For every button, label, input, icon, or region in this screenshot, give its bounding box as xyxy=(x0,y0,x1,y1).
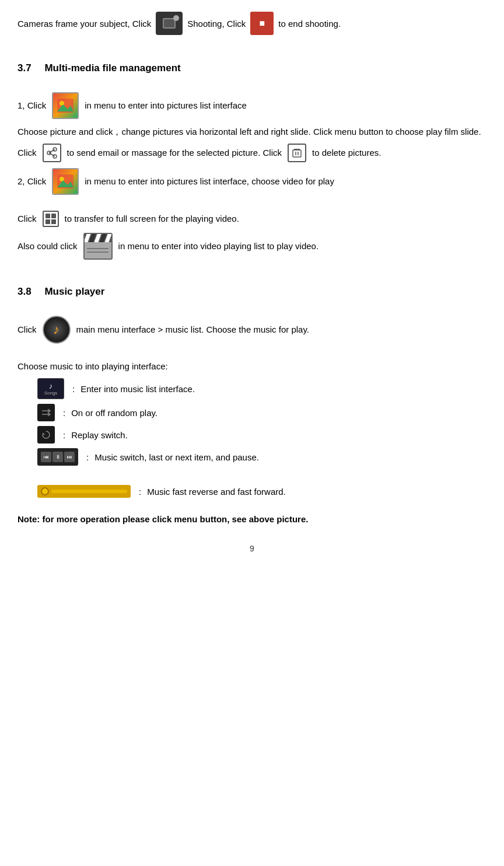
page-number: 9 xyxy=(18,544,487,553)
progress-knob xyxy=(41,487,49,495)
replay-icon xyxy=(37,426,55,444)
click-send-text1: Click xyxy=(18,146,37,160)
stop-recording-icon xyxy=(250,12,274,35)
camera-icon xyxy=(156,12,183,35)
replay-desc: Replay switch. xyxy=(71,430,128,440)
item1-prefix: 1, Click xyxy=(18,99,46,113)
progress-bar-icon xyxy=(37,485,131,498)
item1-description: Choose picture and click，change pictures… xyxy=(18,125,487,139)
click-fullscreen-text2: to transfer to full screen for the playi… xyxy=(65,212,239,226)
share-delete-line: Click to send email or massage for the s… xyxy=(18,144,487,162)
pause-btn-icon: ⏸ xyxy=(52,452,63,462)
item2-suffix: in menu to enter into pictures list inte… xyxy=(85,174,334,188)
also-click-line: Also could click in menu to enter into v… xyxy=(18,233,487,260)
svg-marker-15 xyxy=(43,432,45,435)
click-music-text1: Click xyxy=(18,323,37,337)
replay-item: : Replay switch. xyxy=(35,426,487,444)
click-fullscreen-text1: Click xyxy=(18,212,37,226)
intro-text-3: to end shooting. xyxy=(278,19,341,29)
also-text2: in menu to enter into video playing list… xyxy=(118,239,319,253)
section-37-header: 3.7 Multi-media file management xyxy=(18,62,487,74)
picture-menu-icon-2 xyxy=(52,168,79,195)
clapboard-icon xyxy=(83,233,113,260)
note-text: Note: for more operation please click me… xyxy=(18,512,487,526)
click-send-text3: to delete pictures. xyxy=(312,146,381,160)
controls-item: ⏮ ⏸ ⏭ : Music switch, last or next item,… xyxy=(35,448,487,466)
controls-desc: Music switch, last or next item, and pau… xyxy=(94,452,259,462)
intro-line: Cameras frame your subject, Click Shooti… xyxy=(18,12,487,35)
songs-icon: ♪ Songs xyxy=(37,378,64,399)
also-text1: Also could click xyxy=(18,239,78,253)
intro-text-1: Cameras frame your subject, Click xyxy=(18,19,151,29)
intro-text-2: Shooting, Click xyxy=(187,19,246,29)
fullscreen-icon xyxy=(43,211,59,227)
progress-desc: Music fast reverse and fast forward. xyxy=(147,487,286,497)
songs-desc: Enter into music list interface. xyxy=(80,384,195,394)
item1-suffix: in menu to enter into pictures list inte… xyxy=(85,99,247,113)
random-desc: On or off random play. xyxy=(71,408,158,418)
choose-music-text: Choose music to into playing interface: xyxy=(18,359,487,373)
delete-icon xyxy=(288,144,306,162)
click-music-text2: main menu interface > music list. Choose… xyxy=(76,323,309,337)
fullscreen-line: Click to transfer to full screen for the… xyxy=(18,211,487,227)
picture-menu-icon xyxy=(52,92,79,119)
next-btn-icon: ⏭ xyxy=(64,452,75,462)
random-item: : On or off random play. xyxy=(35,404,487,421)
svg-rect-9 xyxy=(293,150,301,157)
random-icon xyxy=(37,404,55,421)
item2-line: 2, Click in menu to enter into pictures … xyxy=(18,168,487,195)
section-38-header: 3.8 Music player xyxy=(18,286,487,298)
item2-prefix: 2, Click xyxy=(18,174,46,188)
songs-item: ♪ Songs : Enter into music list interfac… xyxy=(35,378,487,399)
playback-controls-icon: ⏮ ⏸ ⏭ xyxy=(37,448,78,466)
progress-item: : Music fast reverse and fast forward. xyxy=(35,485,487,498)
share-icon xyxy=(43,144,61,162)
click-send-text2: to send email or massage for the selecte… xyxy=(67,146,282,160)
music-main-line: Click main menu interface > music list. … xyxy=(18,316,487,344)
prev-btn-icon: ⏮ xyxy=(41,452,51,462)
progress-track xyxy=(51,490,127,493)
item1-line: 1, Click in menu to enter into pictures … xyxy=(18,92,487,119)
music-icon xyxy=(43,316,71,344)
svg-point-13 xyxy=(60,177,64,181)
